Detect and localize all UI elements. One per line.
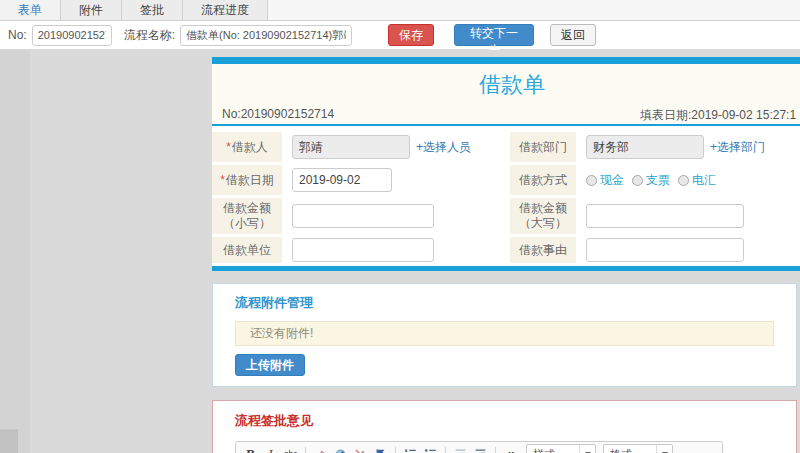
- form-header: 借款单 No:20190902152714 填表日期:2019-09-02 15…: [212, 64, 800, 126]
- italic-button[interactable]: I: [262, 445, 279, 453]
- form-top-bar: [212, 57, 800, 64]
- unit-label: 借款单位: [212, 237, 282, 263]
- method-label: 借款方式: [510, 165, 576, 195]
- rich-text-editor: B I abc: [235, 441, 723, 453]
- amount-lower-input[interactable]: [292, 204, 434, 228]
- scroll-corner: [0, 429, 18, 453]
- tab-sign[interactable]: 签批: [122, 0, 183, 20]
- radio-icon[interactable]: [632, 175, 643, 186]
- indent-icon[interactable]: [472, 445, 489, 453]
- left-gutter: [0, 50, 30, 453]
- outdent-icon[interactable]: [452, 445, 469, 453]
- form-fields: *借款人 +选择人员 借款部门 +选择部门: [212, 126, 800, 271]
- workspace: 借款单 No:20190902152714 填表日期:2019-09-02 15…: [0, 50, 800, 453]
- link-icon[interactable]: [332, 445, 349, 453]
- radio-icon[interactable]: [678, 175, 689, 186]
- borrow-date-input[interactable]: [292, 168, 392, 192]
- numbered-list-icon[interactable]: [402, 445, 419, 453]
- borrower-input[interactable]: [292, 135, 410, 159]
- required-mark: *: [220, 173, 225, 187]
- select-person-link[interactable]: +选择人员: [416, 139, 471, 156]
- action-toolbar: No: 流程名称: 保存 转交下一步 返回: [0, 21, 800, 50]
- approval-panel: 流程签批意见 B I abc: [212, 400, 797, 453]
- upload-attachment-button[interactable]: 上传附件: [235, 354, 305, 376]
- toolbar-separator: [305, 447, 306, 453]
- forward-next-step-button[interactable]: 转交下一步: [454, 24, 534, 46]
- flow-name-label: 流程名称:: [124, 27, 175, 44]
- bulleted-list-icon[interactable]: [422, 445, 439, 453]
- styles-combo[interactable]: 样式: [526, 444, 596, 453]
- radio-cash[interactable]: 现金: [586, 172, 624, 189]
- unit-input[interactable]: [292, 238, 434, 262]
- no-input[interactable]: [32, 25, 112, 46]
- toolbar-separator: [395, 447, 396, 453]
- department-input[interactable]: [586, 135, 704, 159]
- amount-lower-label: 借款金额（小写）: [212, 198, 282, 234]
- chevron-down-icon: [579, 445, 595, 453]
- save-button[interactable]: 保存: [388, 24, 434, 46]
- department-label: 借款部门: [510, 132, 576, 162]
- required-mark: *: [226, 140, 231, 154]
- tab-progress[interactable]: 流程进度: [183, 0, 268, 20]
- loan-form-panel: 借款单 No:20190902152714 填表日期:2019-09-02 15…: [212, 57, 800, 271]
- radio-check[interactable]: 支票: [632, 172, 670, 189]
- no-label: No:: [8, 28, 27, 42]
- form-title: 借款单: [212, 64, 800, 104]
- approval-heading: 流程签批意见: [235, 412, 774, 430]
- toolbar-separator: [445, 447, 446, 453]
- tab-bar: 表单 附件 签批 流程进度: [0, 0, 800, 21]
- tab-attachment[interactable]: 附件: [61, 0, 122, 20]
- back-button[interactable]: 返回: [550, 24, 596, 46]
- no-attachments-alert: 还没有附件!: [235, 321, 774, 346]
- select-department-link[interactable]: +选择部门: [710, 139, 765, 156]
- form-meta-row: No:20190902152714 填表日期:2019-09-02 15:27:…: [212, 104, 800, 126]
- borrower-label: *借款人: [212, 132, 282, 162]
- amount-upper-input[interactable]: [586, 204, 744, 228]
- radio-icon[interactable]: [586, 175, 597, 186]
- form-no-text: No:20190902152714: [222, 107, 334, 121]
- unlink-icon[interactable]: [352, 445, 369, 453]
- toolbar-separator: [495, 447, 496, 453]
- flow-name-input[interactable]: [180, 25, 352, 46]
- remove-format-icon[interactable]: [312, 445, 329, 453]
- attachments-heading: 流程附件管理: [235, 294, 774, 312]
- blockquote-button[interactable]: ”: [502, 445, 519, 453]
- bold-button[interactable]: B: [242, 445, 259, 453]
- form-fill-date-text: 填表日期:2019-09-02 15:27:1: [640, 107, 796, 124]
- format-combo[interactable]: 格式: [603, 444, 673, 453]
- attachments-panel: 流程附件管理 还没有附件! 上传附件: [212, 283, 797, 387]
- payment-method-radios: 现金 支票 电汇: [586, 172, 716, 189]
- borrow-date-label: *借款日期: [212, 165, 282, 195]
- tab-form[interactable]: 表单: [0, 0, 61, 20]
- anchor-flag-icon[interactable]: [372, 445, 389, 453]
- editor-toolbar: B I abc: [236, 442, 722, 453]
- radio-wire[interactable]: 电汇: [678, 172, 716, 189]
- strikethrough-button[interactable]: abc: [282, 445, 299, 453]
- reason-input[interactable]: [586, 238, 744, 262]
- reason-label: 借款事由: [510, 237, 576, 263]
- chevron-down-icon: [656, 445, 672, 453]
- form-bottom-bar: [212, 266, 800, 271]
- amount-upper-label: 借款金额（大写）: [510, 198, 576, 234]
- main-content: 借款单 No:20190902152714 填表日期:2019-09-02 15…: [212, 57, 800, 453]
